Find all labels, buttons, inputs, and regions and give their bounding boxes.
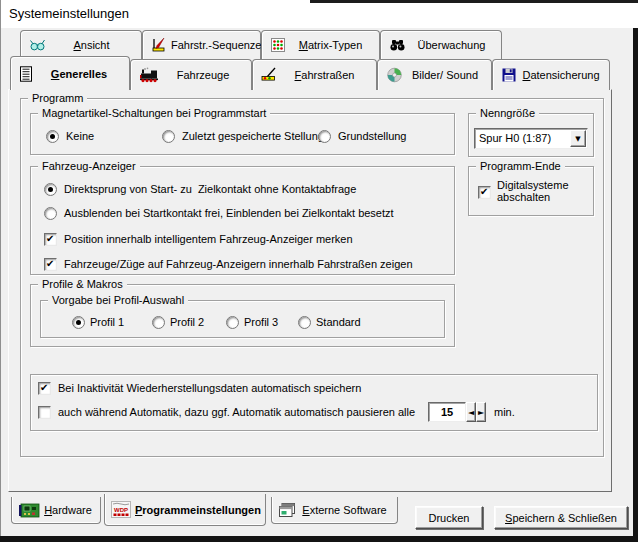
wdp-logo-icon: WDP — [111, 501, 131, 518]
groupbox-fahrzeug-anzeiger-legend: Fahrzeug-Anzeiger — [38, 160, 140, 173]
circuit-board-icon — [18, 502, 40, 519]
radio-grundstellung[interactable] — [318, 130, 331, 143]
print-button[interactable]: Drucken — [415, 506, 483, 529]
matrix-grid-icon — [270, 37, 286, 53]
tab-label: Ansicht — [46, 39, 141, 51]
tab-matrix-typen[interactable]: Matrix-Typen — [261, 30, 380, 59]
checkbox-inaktivitaet-speichern[interactable] — [38, 382, 51, 395]
radio-direktsprung[interactable] — [44, 183, 57, 196]
radio-standard-label: Standard — [316, 315, 361, 330]
groupbox-programm-ende-legend: Programm-Ende — [476, 160, 565, 173]
radio-profil-1[interactable] — [72, 316, 85, 329]
screenshot-root: Systemeinstellungen Ansicht Fahrstr.-Seq… — [0, 0, 638, 542]
interval-value: 15 — [441, 406, 453, 418]
app-window-icon — [278, 502, 296, 518]
radio-zuletzt-gespeicherte-stellung[interactable] — [162, 130, 175, 143]
interval-unit-label: min. — [494, 405, 515, 420]
tab-label: Hardware — [40, 504, 100, 516]
tab-label: Generelles — [33, 68, 129, 80]
checkbox-position-merken-label: Position innerhalb intelligentem Fahrzeu… — [64, 232, 353, 247]
tab-label: Programmeinstellungen — [131, 504, 269, 516]
spin-left-icon[interactable] — [466, 402, 476, 422]
save-close-button[interactable]: Speichern & Schließen — [494, 506, 628, 529]
checkbox-inaktivitaet-label: Bei Inaktivität Wiederherstellungsdaten … — [58, 381, 361, 396]
tab-ansicht[interactable]: Ansicht — [20, 30, 142, 59]
interval-input[interactable]: 15 — [428, 402, 466, 422]
radio-grundstellung-label: Grundstellung — [338, 129, 407, 144]
tab-label: Datensicherung — [517, 69, 609, 81]
background-edge-bottom — [0, 536, 638, 542]
window-title: Systemeinstellungen — [9, 6, 129, 21]
spin-right-icon[interactable] — [476, 402, 486, 422]
tab-fahrstr-sequenzen[interactable]: Fahrstr.-Sequenzen — [142, 30, 261, 59]
groupbox-vorgabe-profil-legend: Vorgabe bei Profil-Auswahl — [48, 294, 188, 307]
radio-direktsprung-label: Direktsprung von Start- zu Zielkontakt o… — [64, 182, 356, 197]
tab-label: Fahrstraßen — [277, 69, 376, 81]
checkbox-fahrzeuge-zeigen[interactable] — [44, 258, 57, 271]
groupbox-profile-makros-legend: Profile & Makros — [38, 278, 127, 291]
locomotive-icon — [139, 67, 159, 83]
checkbox-auch-waehrend-automatik[interactable] — [38, 406, 51, 419]
floppy-disk-icon — [501, 67, 517, 83]
tab-label: Matrix-Typen — [286, 39, 379, 51]
radio-keine-label: Keine — [66, 129, 94, 144]
tab-fahrstrassen[interactable]: Fahrstraßen — [252, 59, 377, 90]
tab-generelles[interactable]: Generelles — [10, 56, 130, 90]
route-sequence-icon — [151, 37, 167, 53]
tab-label: Fahrzeuge — [159, 69, 251, 81]
groupbox-nenngroesse-legend: Nenngröße — [476, 107, 539, 120]
cd-icon — [386, 67, 403, 83]
checkbox-digitalsysteme-label: Digitalsysteme abschalten — [497, 179, 585, 203]
background-edge-top — [310, 0, 638, 3]
radio-zuletzt-label: Zuletzt gespeicherte Stellung — [182, 129, 324, 144]
tab-datensicherung[interactable]: Datensicherung — [492, 59, 610, 90]
checkbox-digitalsysteme-abschalten[interactable] — [478, 186, 491, 199]
tab-bilder-sound[interactable]: Bilder/ Sound — [377, 59, 492, 90]
glasses-icon — [29, 37, 46, 53]
binoculars-icon — [389, 37, 406, 53]
tab-label: Fahrstr.-Sequenzen — [167, 39, 276, 51]
checkbox-position-merken[interactable] — [44, 233, 57, 246]
checkbox-automatik-label: auch während Automatik, dazu ggf. Automa… — [58, 405, 415, 420]
groupbox-magnetartikel-legend: Magnetartikel-Schaltungen bei Programmst… — [38, 107, 270, 120]
checkbox-fahrzeuge-zeigen-label: Fahrzeuge/Züge auf Fahrzeug-Anzeigern in… — [64, 257, 413, 272]
tab-fahrzeuge[interactable]: Fahrzeuge — [130, 59, 252, 90]
tab-label: Externe Software — [296, 504, 397, 516]
nenngroesse-combobox-value: Spur H0 (1:87) — [479, 132, 551, 144]
document-list-icon — [19, 66, 33, 82]
tab-ueberwachung[interactable]: Überwachung — [380, 30, 502, 59]
radio-profil-2-label: Profil 2 — [170, 315, 204, 330]
svg-text:WDP: WDP — [114, 507, 128, 513]
radio-profil-2[interactable] — [152, 316, 165, 329]
radio-profil-3-label: Profil 3 — [244, 315, 278, 330]
tab-label: Bilder/ Sound — [403, 69, 491, 81]
groupbox-programm-legend: Programm — [28, 92, 87, 105]
signal-icon — [261, 67, 277, 83]
radio-keine[interactable] — [46, 130, 59, 143]
radio-ausblenden[interactable] — [44, 207, 57, 220]
radio-standard[interactable] — [298, 316, 311, 329]
window-titlebar: Systemeinstellungen — [0, 0, 638, 28]
dropdown-arrow-icon[interactable] — [570, 130, 586, 147]
radio-profil-1-label: Profil 1 — [90, 315, 124, 330]
radio-ausblenden-label: Ausblenden bei Startkontakt frei, Einble… — [64, 206, 394, 221]
tab-label: Überwachung — [406, 39, 501, 51]
background-edge-right — [633, 28, 638, 536]
tab-programmeinstellungen[interactable]: WDP Programmeinstellungen — [104, 494, 266, 526]
tab-hardware[interactable]: Hardware — [11, 497, 101, 524]
print-button-label: Drucken — [429, 512, 470, 524]
tab-externe-software[interactable]: Externe Software — [271, 497, 398, 524]
save-close-button-label: Speichern & Schließen — [505, 512, 617, 524]
radio-profil-3[interactable] — [226, 316, 239, 329]
